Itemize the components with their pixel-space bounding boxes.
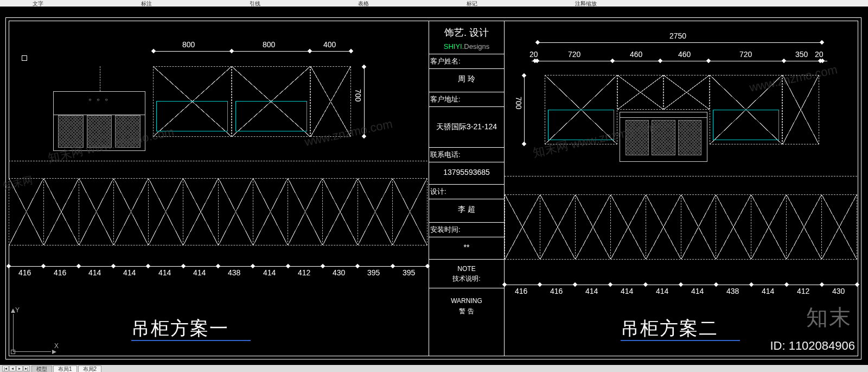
dim-tick <box>229 49 234 53</box>
tab-layout1[interactable]: 布局1 <box>53 365 77 372</box>
dim-tick <box>151 49 156 53</box>
menu-item[interactable]: 引线 <box>217 0 326 7</box>
dim-tick <box>782 59 786 63</box>
dim-tick <box>362 65 366 69</box>
tab-prev-icon[interactable]: ◂ <box>9 365 16 371</box>
dim-label: 416 <box>18 268 31 277</box>
dim-tick <box>658 59 662 63</box>
tab-last-icon[interactable]: ▸| <box>23 365 30 371</box>
guide-line <box>505 176 857 176</box>
menu-item[interactable]: 文字 <box>0 0 108 7</box>
dim-tick <box>608 282 612 287</box>
dim-label: 20 <box>529 50 538 59</box>
addr-label: 客户地址: <box>429 92 504 107</box>
client-label: 客户姓名: <box>429 54 504 69</box>
menu-item[interactable]: 注释缩放 <box>542 0 651 7</box>
phone-value: 13795593685 <box>429 162 504 185</box>
base-cabinet-run <box>9 178 427 245</box>
drawing-left: 800 800 400 700 ○ ○ ○ <box>9 21 429 356</box>
tab-layout2[interactable]: 布局2 <box>78 365 102 372</box>
dim-tick <box>522 73 526 78</box>
dim-label: 414 <box>263 268 276 277</box>
dim-tick <box>679 282 683 287</box>
dim-line-vertical <box>524 75 525 144</box>
ribbon-menu[interactable]: 文字 标注 引线 表格 标记 注释缩放 <box>0 0 868 7</box>
glass-door <box>156 101 228 131</box>
tab-first-icon[interactable]: |◂ <box>2 365 9 371</box>
dim-tick <box>522 142 526 146</box>
drawing-right: 2750 2072046046072035020 700 <box>505 21 858 356</box>
dim-tick <box>308 49 312 53</box>
dim-tick <box>76 264 81 268</box>
dim-label: 720 <box>739 50 752 59</box>
dim-label: 438 <box>726 287 739 295</box>
menu-item[interactable]: 标注 <box>108 0 217 7</box>
dim-label: 438 <box>228 268 240 277</box>
dim-label: 414 <box>193 268 206 277</box>
dim-tick <box>362 134 366 138</box>
glass-door <box>548 110 614 140</box>
dim-tick <box>643 282 648 287</box>
guide-line <box>9 161 427 161</box>
dim-label: 720 <box>568 50 580 59</box>
dim-tick <box>321 264 325 268</box>
plan-title: 吊柜方案一 <box>131 316 229 341</box>
glass-door <box>235 101 307 131</box>
hood-duct <box>100 66 100 91</box>
glass-door <box>713 110 779 140</box>
tab-nav[interactable]: |◂ ◂ ▸ ▸| <box>2 365 30 371</box>
dim-label: 414 <box>585 287 598 295</box>
dim-label: 414 <box>158 268 171 277</box>
menu-item[interactable]: 表格 <box>326 0 434 7</box>
dim-label-vertical: 700 <box>354 89 362 102</box>
wall-cabinet <box>663 75 710 110</box>
dim-tick <box>391 264 395 268</box>
note-b: 技术说明: <box>430 274 503 283</box>
install-label: 安装时间: <box>429 223 504 237</box>
dim-label: 414 <box>656 287 668 295</box>
brand-subtitle: SHIYI.Designs <box>429 42 504 54</box>
warning-block: WARNING 警 告 <box>429 288 504 324</box>
dim-label: 400 <box>323 40 336 49</box>
dim-label: 416 <box>515 287 527 295</box>
dim-tick <box>146 264 150 268</box>
dim-tick <box>820 282 824 287</box>
menu-item[interactable]: 标记 <box>434 0 542 7</box>
dim-label: 800 <box>263 40 275 49</box>
dim-line <box>153 51 350 52</box>
dim-label: 2750 <box>669 31 686 40</box>
dim-tick <box>286 264 290 268</box>
dim-tick <box>749 282 754 287</box>
dim-label: 430 <box>832 287 845 295</box>
dim-tick <box>784 282 789 287</box>
note-a: NOTE <box>430 264 503 274</box>
design-value: 李 超 <box>429 199 504 223</box>
wall-cabinet <box>617 75 663 110</box>
dim-tick <box>820 40 824 45</box>
brand-title: 饰艺. 设计 <box>429 21 504 42</box>
install-value: ** <box>429 237 504 260</box>
dim-tick <box>41 264 46 268</box>
dim-label: 395 <box>367 268 380 277</box>
layout-tabbar[interactable]: |◂ ◂ ▸ ▸| 模型 布局1 布局2 <box>0 365 868 372</box>
dim-label: 460 <box>678 50 691 59</box>
dim-label: 414 <box>762 287 774 295</box>
base-cabinet-run <box>505 194 857 260</box>
dim-tick <box>706 59 711 63</box>
dim-label: 412 <box>298 268 310 277</box>
brand-sub-a: SHIYI <box>444 42 462 51</box>
dim-line <box>537 42 822 43</box>
dim-label: 414 <box>123 268 136 277</box>
dim-label: 414 <box>621 287 633 295</box>
dim-label: 412 <box>797 287 809 295</box>
dim-tick <box>610 59 615 63</box>
dim-tick <box>355 264 360 268</box>
dim-tick <box>216 264 220 268</box>
tab-next-icon[interactable]: ▸ <box>16 365 23 371</box>
tab-model[interactable]: 模型 <box>31 365 52 372</box>
dim-label: 800 <box>182 40 195 49</box>
title-block: 饰艺. 设计 SHIYI.Designs 客户姓名: 周 玲 客户地址: 天骄国… <box>429 21 505 356</box>
addr-value: 天骄国际3-21-124 <box>429 107 504 148</box>
note-block: NOTE 技术说明: <box>429 260 504 288</box>
model-space[interactable]: 饰艺. 设计 SHIYI.Designs 客户姓名: 周 玲 客户地址: 天骄国… <box>0 7 868 365</box>
